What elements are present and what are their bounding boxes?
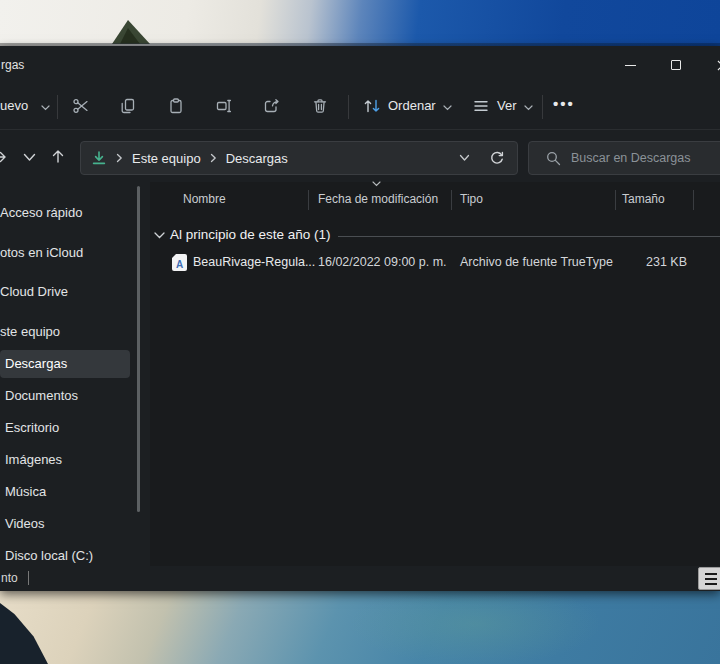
title-bar: rgas xyxy=(0,46,720,84)
column-divider[interactable] xyxy=(308,190,309,210)
toolbar-divider xyxy=(57,95,58,119)
column-header-nombre[interactable]: Nombre xyxy=(183,192,226,206)
search-icon xyxy=(545,150,562,167)
status-divider xyxy=(28,571,29,585)
sidebar-item-documentos[interactable]: Documentos xyxy=(0,382,134,410)
chevron-down-icon xyxy=(443,105,452,111)
column-divider[interactable] xyxy=(451,190,452,210)
sidebar-item-imagenes[interactable]: Imágenes xyxy=(0,446,134,474)
refresh-icon[interactable] xyxy=(489,150,505,166)
new-button[interactable]: uevo xyxy=(0,98,28,113)
close-button[interactable] xyxy=(702,46,720,84)
rock-image xyxy=(0,603,48,664)
column-header-fecha[interactable]: Fecha de modificación xyxy=(318,192,438,206)
group-collapse-chevron-icon[interactable] xyxy=(154,232,165,239)
up-icon[interactable] xyxy=(50,148,66,164)
desktop-wallpaper-bottom xyxy=(0,591,720,664)
maximize-button[interactable] xyxy=(656,46,696,84)
file-list: Nombre Fecha de modificación Tipo Tamaño… xyxy=(150,182,720,566)
sidebar-item-musica[interactable]: Música xyxy=(0,478,134,506)
group-header[interactable]: Al principio de este año (1) xyxy=(150,224,720,248)
search-box[interactable] xyxy=(528,141,720,175)
more-options-button[interactable]: ••• xyxy=(553,95,575,112)
sidebar-item-fotos-en-icloud[interactable]: otos en iCloud xyxy=(0,239,132,267)
sidebar-item-escritorio[interactable]: Escritorio xyxy=(0,414,134,442)
chevron-right-icon xyxy=(210,153,217,163)
sidebar-item-descargas[interactable]: Descargas xyxy=(0,350,130,378)
item-count-text: nto xyxy=(1,566,18,591)
column-header-tipo[interactable]: Tipo xyxy=(460,192,483,206)
breadcrumb-este-equipo[interactable]: Este equipo xyxy=(132,151,201,166)
sort-direction-icon xyxy=(372,181,381,187)
cut-icon[interactable] xyxy=(72,97,90,115)
breadcrumb-descargas[interactable]: Descargas xyxy=(226,151,288,166)
sidebar-scrollbar[interactable] xyxy=(137,186,140,512)
window-title: rgas xyxy=(1,46,24,84)
paste-icon[interactable] xyxy=(167,97,185,115)
column-divider[interactable] xyxy=(693,190,694,210)
group-divider-line xyxy=(338,236,720,237)
file-modified-date: 16/02/2022 09:00 p. m. xyxy=(318,255,447,269)
downloads-icon xyxy=(91,150,107,166)
truetype-font-file-icon: A xyxy=(172,254,187,271)
file-size: 231 KB xyxy=(580,255,687,269)
delete-icon[interactable] xyxy=(311,97,329,115)
toolbar-divider xyxy=(542,95,543,119)
sidebar-item-este-equipo[interactable]: ste equipo xyxy=(0,318,132,346)
command-toolbar: uevo xyxy=(0,84,720,130)
details-view-icon xyxy=(705,573,717,575)
file-explorer-window: rgas uevo xyxy=(0,46,720,591)
chevron-down-icon xyxy=(41,105,50,111)
address-bar[interactable]: Este equipo Descargas xyxy=(80,141,518,175)
toolbar-divider xyxy=(348,95,349,119)
desktop-wallpaper-top xyxy=(0,0,720,46)
table-row[interactable]: A BeauRivage-Regula... 16/02/2022 09:00 … xyxy=(150,250,720,276)
navigation-bar: Este equipo Descargas xyxy=(0,132,720,180)
font-icon-letter: A xyxy=(176,258,183,271)
share-icon[interactable] xyxy=(263,97,281,115)
sidebar-item-videos[interactable]: Videos xyxy=(0,510,134,538)
mountain-peak-image xyxy=(112,20,150,44)
screen: rgas uevo xyxy=(0,0,720,664)
status-bar: nto xyxy=(0,566,720,591)
rename-icon[interactable] xyxy=(215,97,233,115)
file-name: BeauRivage-Regula... xyxy=(193,255,315,269)
recent-locations-chevron-icon[interactable] xyxy=(23,153,36,162)
column-header-tamano[interactable]: Tamaño xyxy=(622,192,665,206)
group-label: Al principio de este año (1) xyxy=(170,227,331,242)
sidebar-item-icloud-drive[interactable]: Cloud Drive xyxy=(0,278,132,306)
sidebar-item-acceso-rapido[interactable]: Acceso rápido xyxy=(0,199,132,227)
view-icon xyxy=(472,97,490,115)
search-input[interactable] xyxy=(571,142,711,174)
sort-icon xyxy=(362,97,382,115)
column-divider[interactable] xyxy=(615,190,616,210)
address-dropdown-chevron-icon[interactable] xyxy=(459,154,470,162)
close-icon xyxy=(717,60,720,71)
details-view-toggle-button[interactable] xyxy=(698,567,720,590)
copy-icon[interactable] xyxy=(119,97,137,115)
sort-button[interactable]: Ordenar xyxy=(388,98,436,113)
forward-icon[interactable] xyxy=(0,149,8,165)
maximize-icon xyxy=(671,60,681,70)
chevron-down-icon xyxy=(524,105,533,111)
minimize-button[interactable] xyxy=(610,46,650,84)
chevron-right-icon xyxy=(116,153,123,163)
minimize-icon xyxy=(625,65,636,66)
view-button[interactable]: Ver xyxy=(497,98,517,113)
